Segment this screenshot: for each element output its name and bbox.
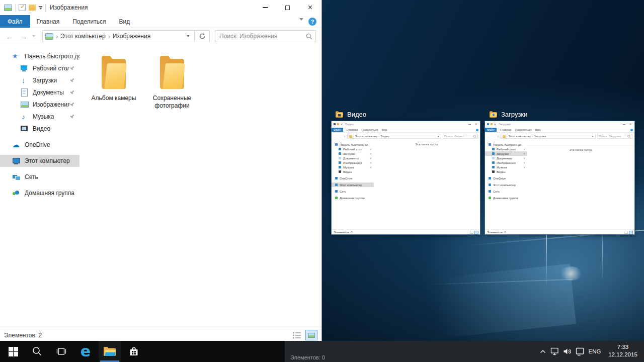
sidebar-item[interactable]: Загрузки	[0, 74, 79, 86]
address-dropdown-icon[interactable]	[187, 35, 190, 37]
new-folder-button[interactable]	[29, 5, 36, 11]
breadcrumb-current[interactable]: Видео	[380, 135, 389, 138]
sidebar-item[interactable]: Загрузки	[485, 151, 527, 156]
tab-view[interactable]: Вид	[535, 128, 541, 131]
sidebar-item[interactable]: Этот компьютер	[485, 183, 527, 187]
preview-label-video[interactable]: Видео	[335, 110, 366, 119]
close-button[interactable]	[473, 121, 478, 127]
sidebar-item[interactable]: Музыка	[485, 165, 527, 169]
tray-action-center-button[interactable]	[575, 341, 586, 362]
tab-file[interactable]: Файл	[485, 128, 497, 132]
sidebar-item[interactable]: Домашняя группа	[485, 196, 527, 200]
minimize-button[interactable]	[467, 121, 472, 127]
address-dropdown-icon[interactable]	[437, 136, 439, 137]
address-breadcrumb[interactable]: › Этот компьютер › Загрузки	[501, 134, 596, 139]
search-box[interactable]: Поиск: Видео	[443, 134, 478, 139]
new-folder-button[interactable]	[491, 123, 493, 125]
thumbnails-view-button[interactable]	[305, 330, 317, 340]
tray-volume-button[interactable]	[562, 341, 573, 362]
help-button[interactable]	[308, 18, 316, 26]
sidebar-item[interactable]: Загрузки	[332, 151, 374, 156]
tab-share[interactable]: Поделиться	[362, 128, 378, 131]
sidebar-item[interactable]: Домашняя группа	[332, 196, 374, 200]
sidebar-item[interactable]: Документы	[0, 86, 79, 99]
search-input[interactable]	[215, 31, 315, 42]
tab-file[interactable]: Файл	[0, 15, 30, 28]
sidebar-item[interactable]: Изображения	[332, 160, 374, 165]
explorer-window-video[interactable]: Видео Файл Главная Поделиться Вид ← → ↑ …	[331, 121, 480, 235]
back-button[interactable]	[3, 28, 16, 44]
tab-home[interactable]: Главная	[500, 128, 512, 131]
sidebar-item[interactable]: Музыка	[0, 111, 79, 123]
tab-home[interactable]: Главная	[347, 128, 358, 131]
breadcrumb-root[interactable]: Этот компьютер	[509, 135, 531, 138]
folder-content-area[interactable]: Эта папка пуста.	[374, 140, 480, 229]
forward-button[interactable]: →	[339, 135, 342, 138]
forward-button[interactable]	[17, 28, 30, 44]
tab-view[interactable]: Вид	[112, 15, 136, 28]
details-view-button[interactable]	[470, 231, 473, 234]
sidebar-item[interactable]: Панель быстрого дс	[332, 142, 374, 147]
sidebar-item[interactable]: Панель быстрого дс	[485, 142, 527, 147]
address-breadcrumb[interactable]: › Этот компьютер › Видео	[347, 134, 442, 139]
folder-tile-camera-album[interactable]: Альбом камеры	[86, 50, 142, 102]
new-folder-button[interactable]	[337, 123, 339, 125]
tray-clock[interactable]: 7:33 12.12.2015	[606, 343, 640, 358]
sidebar-item[interactable]: Сеть	[0, 171, 79, 183]
sidebar-item[interactable]: Музыка	[332, 165, 374, 169]
title-bar[interactable]: Загрузки	[485, 121, 634, 127]
sidebar-item[interactable]: Рабочий стол	[0, 62, 79, 74]
thumbnails-view-button[interactable]	[474, 231, 478, 234]
up-button[interactable]: ↑	[497, 135, 499, 138]
up-button[interactable]: ↑	[344, 135, 346, 138]
address-dropdown-icon[interactable]	[592, 136, 594, 137]
maximize-button[interactable]	[276, 0, 299, 15]
sidebar-item[interactable]: Рабочий стол	[332, 147, 374, 151]
sidebar-item[interactable]: Видео	[0, 123, 79, 135]
title-bar[interactable]: Изображения	[0, 0, 321, 15]
breadcrumb-root[interactable]: Этот компьютер	[355, 135, 378, 138]
thumbnails-view-button[interactable]	[629, 231, 633, 234]
explorer-window-downloads[interactable]: Загрузки Файл Главная Поделиться Вид ← →…	[485, 121, 635, 235]
tab-file[interactable]: Файл	[332, 128, 343, 132]
sidebar-item[interactable]: Документы	[485, 156, 527, 160]
sidebar-item[interactable]: OneDrive	[485, 176, 527, 180]
sidebar-item[interactable]: Видео	[485, 169, 527, 174]
properties-button[interactable]	[19, 4, 26, 11]
store-button[interactable]	[123, 341, 145, 362]
sidebar-item[interactable]: Изображения	[0, 99, 79, 111]
details-view-button[interactable]	[292, 331, 302, 339]
sidebar-item[interactable]: OneDrive	[0, 139, 79, 151]
refresh-button[interactable]	[195, 30, 210, 42]
title-bar[interactable]: Видео	[332, 121, 480, 127]
sidebar-item[interactable]: Сеть	[332, 189, 374, 194]
sidebar-item[interactable]: OneDrive	[332, 176, 374, 180]
minimize-button[interactable]	[254, 0, 276, 15]
sidebar-item[interactable]: Видео	[332, 169, 374, 174]
close-button[interactable]	[628, 121, 633, 127]
sidebar-item[interactable]: Рабочий стол	[485, 147, 527, 151]
tab-home[interactable]: Главная	[30, 15, 66, 28]
sidebar-item[interactable]: Этот компьютер	[0, 155, 79, 167]
folder-content-area[interactable]: Эта папка пуста.	[527, 140, 634, 229]
folder-content-area[interactable]: Альбом камеры Сохраненные фотографии	[79, 44, 321, 329]
taskbar-search-button[interactable]	[26, 341, 48, 362]
edge-button[interactable]	[74, 341, 97, 362]
start-button[interactable]	[2, 341, 24, 362]
tab-view[interactable]: Вид	[382, 128, 387, 131]
help-button[interactable]	[476, 129, 478, 131]
help-button[interactable]	[630, 129, 633, 131]
sidebar-item[interactable]: Этот компьютер	[332, 183, 374, 187]
sidebar-item[interactable]: Изображения	[485, 160, 527, 165]
tray-show-hidden-icons-button[interactable]	[537, 341, 548, 362]
close-button[interactable]	[299, 0, 321, 15]
task-view-button[interactable]	[50, 341, 72, 362]
sidebar-item[interactable]: Домашняя группа	[0, 187, 79, 199]
tray-language-indicator[interactable]: ENG	[586, 341, 604, 362]
breadcrumb-root[interactable]: Этот компьютер	[60, 33, 106, 40]
tab-share[interactable]: Поделиться	[515, 128, 532, 131]
file-explorer-button[interactable]	[99, 341, 121, 362]
sidebar-item[interactable]: Панель быстрого дс	[0, 50, 79, 62]
sidebar-item[interactable]: Сеть	[485, 189, 527, 194]
details-view-button[interactable]	[624, 231, 628, 234]
